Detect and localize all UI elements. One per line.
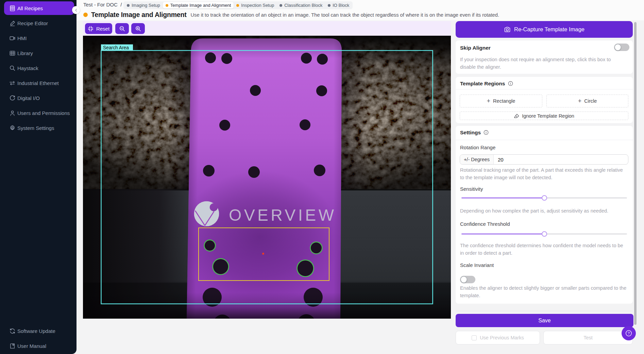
svg-text:OVERVIEW: OVERVIEW	[229, 206, 336, 224]
svg-text:Search Area: Search Area	[103, 45, 129, 50]
svg-text:?: ?	[628, 331, 630, 335]
